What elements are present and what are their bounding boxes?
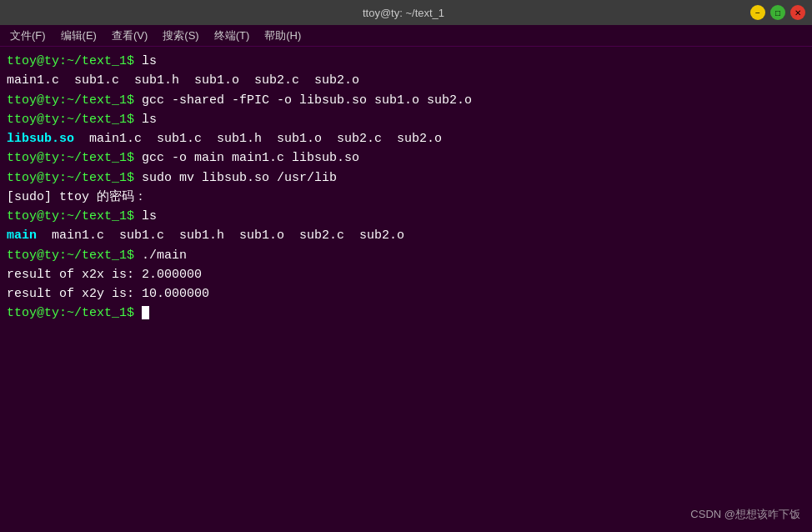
menu-item-edit[interactable]: 编辑(E) xyxy=(54,27,103,45)
output-rest: main1.c sub1.c sub1.h sub1.o sub2.c sub2… xyxy=(74,132,442,146)
maximize-button[interactable]: □ xyxy=(770,5,785,20)
output-line: result of x2x is: 2.000000 xyxy=(7,265,805,284)
command: ls xyxy=(142,54,157,68)
prompt: ttoy@ty:~/text_1$ xyxy=(7,54,142,68)
prompt: ttoy@ty:~/text_1$ xyxy=(7,113,142,127)
terminal-line: main main1.c sub1.c sub1.h sub1.o sub2.c… xyxy=(7,226,805,245)
command: ls xyxy=(142,113,157,127)
menu-item-term[interactable]: 终端(T) xyxy=(208,27,257,45)
terminal-line: ttoy@ty:~/text_1$ gcc -o main main1.c li… xyxy=(7,148,805,168)
command: ./main xyxy=(142,248,187,263)
titlebar: ttoy@ty: ~/text_1 − □ ✕ xyxy=(0,0,812,25)
prompt: ttoy@ty:~/text_1$ xyxy=(7,209,142,223)
prompt: ttoy@ty:~/text_1$ xyxy=(7,248,142,263)
terminal-line: ttoy@ty:~/text_1$ gcc -shared -fPIC -o l… xyxy=(7,91,805,110)
menu-item-help[interactable]: 帮助(H) xyxy=(258,27,308,45)
close-button[interactable]: ✕ xyxy=(790,5,805,20)
terminal-line: libsub.so main1.c sub1.c sub1.h sub1.o s… xyxy=(7,129,805,148)
terminal: ttoy@ty:~/text_1$ lsmain1.c sub1.c sub1.… xyxy=(0,47,812,532)
cursor xyxy=(142,306,149,319)
menu-item-view[interactable]: 查看(V) xyxy=(105,27,154,45)
output-line: [sudo] ttoy 的密码： xyxy=(7,188,805,207)
terminal-line: ttoy@ty:~/text_1$ xyxy=(7,304,805,323)
prompt: ttoy@ty:~/text_1$ xyxy=(7,93,142,108)
terminal-line: ttoy@ty:~/text_1$ ls xyxy=(7,52,805,71)
terminal-line: ttoy@ty:~/text_1$ ls xyxy=(7,207,805,226)
command: gcc -shared -fPIC -o libsub.so sub1.o su… xyxy=(142,93,472,108)
terminal-line: ttoy@ty:~/text_1$ ls xyxy=(7,110,805,129)
bold-filename: main xyxy=(7,228,37,243)
menubar: 文件(F)编辑(E)查看(V)搜索(S)终端(T)帮助(H) xyxy=(0,25,812,47)
menu-item-file[interactable]: 文件(F) xyxy=(3,27,53,45)
watermark: CSDN @想想该咋下饭 xyxy=(690,507,800,522)
command: gcc -o main main1.c libsub.so xyxy=(142,151,359,165)
terminal-line: ttoy@ty:~/text_1$ sudo mv libsub.so /usr… xyxy=(7,168,805,188)
titlebar-title: ttoy@ty: ~/text_1 xyxy=(57,7,750,19)
command: ls xyxy=(142,209,157,223)
prompt: ttoy@ty:~/text_1$ xyxy=(7,171,142,185)
command: sudo mv libsub.so /usr/lib xyxy=(142,171,337,185)
output-line: main1.c sub1.c sub1.h sub1.o sub2.c sub2… xyxy=(7,71,805,90)
prompt: ttoy@ty:~/text_1$ xyxy=(7,306,142,320)
output-line: result of x2y is: 10.000000 xyxy=(7,284,805,304)
menu-item-search[interactable]: 搜索(S) xyxy=(156,27,205,45)
bold-filename: libsub.so xyxy=(7,132,74,146)
output-rest: main1.c sub1.c sub1.h sub1.o sub2.c sub2… xyxy=(37,228,404,243)
terminal-line: ttoy@ty:~/text_1$ ./main xyxy=(7,246,805,265)
prompt: ttoy@ty:~/text_1$ xyxy=(7,151,142,165)
window-controls[interactable]: − □ ✕ xyxy=(750,5,805,20)
minimize-button[interactable]: − xyxy=(750,5,765,20)
